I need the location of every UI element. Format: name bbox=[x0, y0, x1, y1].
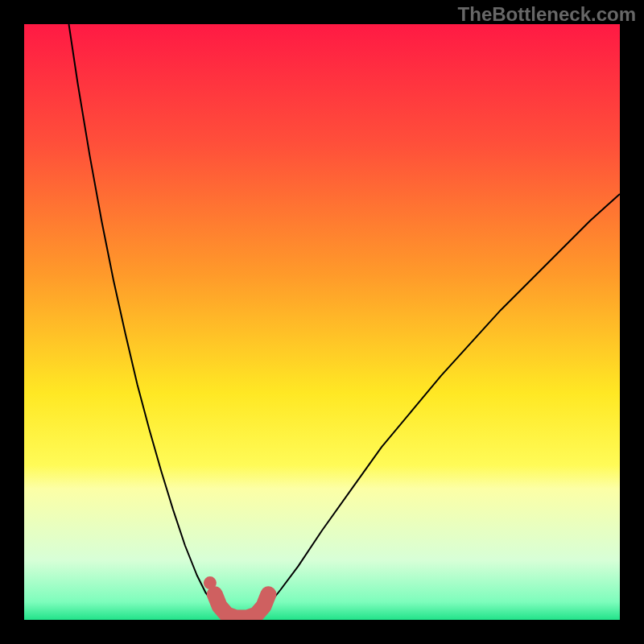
watermark-text: TheBottleneck.com bbox=[458, 3, 636, 26]
chart-svg bbox=[24, 24, 620, 620]
plot-area bbox=[24, 24, 620, 620]
chart-frame: TheBottleneck.com bbox=[0, 0, 644, 644]
